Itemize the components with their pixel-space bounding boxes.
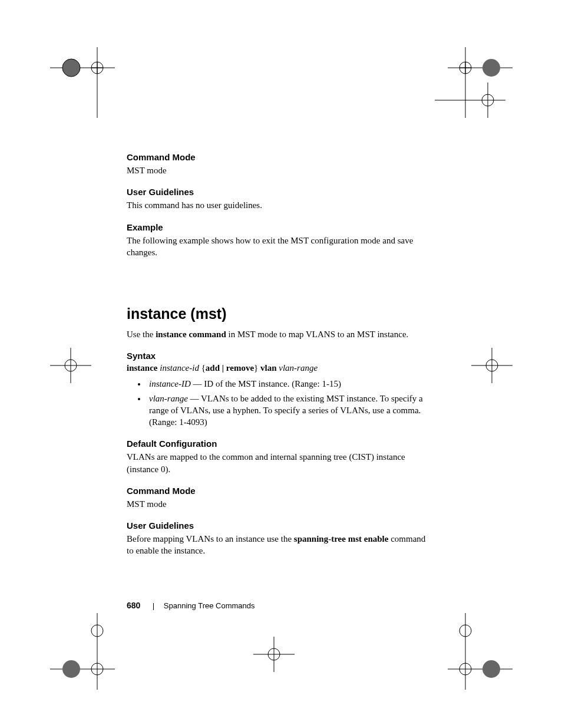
text-command-mode: MST mode <box>127 164 433 176</box>
svg-point-34 <box>482 660 500 678</box>
registration-mark-icon <box>50 613 115 690</box>
heading-syntax: Syntax <box>127 351 433 361</box>
text-user-guidelines-2: Before mapping VLANs to an instance use … <box>127 533 433 557</box>
text-user-guidelines: This command has no user guidelines. <box>127 199 433 211</box>
svg-point-12 <box>482 59 500 77</box>
page-number: 680 <box>127 601 140 610</box>
list-item: vlan-range — VLANs to be added to the ex… <box>147 393 433 429</box>
text-default-config: VLANs are mapped to the common and inter… <box>127 451 433 475</box>
heading-user-guidelines: User Guidelines <box>127 187 433 197</box>
syntax-line: instance instance-id {add | remove} vlan… <box>127 363 433 373</box>
heading-user-guidelines-2: User Guidelines <box>127 521 433 531</box>
text-example: The following example shows how to exit … <box>127 235 433 259</box>
text-command-mode-2: MST mode <box>127 498 433 510</box>
footer-separator <box>153 603 154 610</box>
registration-mark-icon <box>253 637 295 672</box>
heading-command-mode-2: Command Mode <box>127 486 433 496</box>
chapter-title: Spanning Tree Commands <box>164 601 255 610</box>
registration-mark-icon <box>435 83 505 118</box>
heading-example: Example <box>127 222 433 232</box>
list-item: instance-ID — ID of the MST instance. (R… <box>147 378 433 390</box>
page-footer: 680 Spanning Tree Commands <box>127 601 255 611</box>
registration-mark-icon <box>448 613 513 690</box>
param-list: instance-ID — ID of the MST instance. (R… <box>127 378 433 428</box>
registration-mark-icon <box>50 47 115 118</box>
svg-point-29 <box>62 660 80 678</box>
registration-mark-icon <box>471 348 513 383</box>
text-main-intro: Use the instance command in MST mode to … <box>127 328 433 340</box>
heading-default-config: Default Configuration <box>127 439 433 449</box>
registration-mark-icon <box>50 348 91 383</box>
page-content: Command Mode MST mode User Guidelines Th… <box>127 152 433 559</box>
heading-command-mode: Command Mode <box>127 152 433 162</box>
heading-instance-mst: instance (mst) <box>127 305 433 322</box>
